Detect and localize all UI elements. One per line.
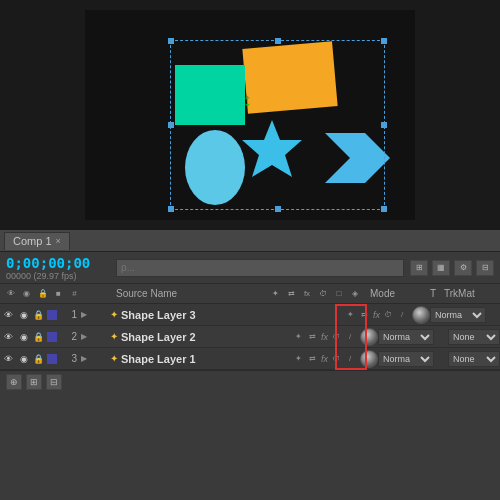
layer-3-name-cell: ✦ Shape Layer 1: [110, 353, 293, 365]
col-icon-clock: ⏱: [316, 289, 330, 298]
layer-1-color[interactable]: [47, 310, 57, 320]
motion-arrow: ↕: [243, 90, 252, 111]
layer-3-solo[interactable]: ◉: [17, 352, 30, 365]
layer-1-fx[interactable]: fx: [373, 310, 380, 320]
col-icon-eye[interactable]: 👁: [4, 287, 17, 300]
layer-1-ctrl-1[interactable]: ✦: [345, 309, 357, 321]
layer-3-eye[interactable]: 👁: [2, 352, 15, 365]
col-icon-star: ✦: [268, 289, 282, 298]
tab-close-icon[interactable]: ×: [56, 236, 61, 246]
sel-handle-br: [381, 206, 387, 212]
sel-handle-tr: [381, 38, 387, 44]
col-t-header: T: [426, 288, 440, 299]
layer-2-expand[interactable]: ▶: [81, 332, 91, 341]
shape-green: [175, 65, 245, 125]
table-row: 👁 ◉ 🔒 1 ▶ ✦ Shape Layer 3 ✦ ⇄ fx ⏱ / Nor…: [0, 304, 500, 326]
layer-1-expand[interactable]: ▶: [81, 310, 91, 319]
layer-1-ctrl-3[interactable]: ⏱: [382, 309, 394, 321]
col-icon-hash[interactable]: #: [68, 287, 81, 300]
layer-2-mode-select[interactable]: Norma: [378, 329, 434, 345]
frame-info: 00000 (29.97 fps): [6, 271, 96, 281]
footer-icon-new[interactable]: ⊕: [6, 374, 22, 390]
sel-handle-bl: [168, 206, 174, 212]
canvas-view: ↕: [85, 10, 415, 220]
comp-tab[interactable]: Comp 1 ×: [4, 232, 70, 250]
layer-3-trkmat-select[interactable]: None: [448, 351, 500, 367]
layer-3-lock[interactable]: 🔒: [32, 352, 45, 365]
col-source-header: Source Name: [112, 288, 268, 299]
layer-2-num: 2: [61, 331, 77, 342]
layer-3-ctrl-3[interactable]: ⏱: [330, 353, 342, 365]
layer-3-left: 👁 ◉ 🔒 3 ▶: [0, 352, 110, 365]
col-icon-3d: ◈: [348, 289, 362, 298]
layer-2-eye[interactable]: 👁: [2, 330, 15, 343]
layer-3-name[interactable]: Shape Layer 1: [121, 353, 196, 365]
search-input[interactable]: [116, 259, 404, 277]
svg-marker-1: [325, 133, 390, 183]
layer-3-ctrl-4[interactable]: /: [344, 353, 356, 365]
layer-1-ctrl-2[interactable]: ⇄: [359, 309, 371, 321]
layer-3-num: 3: [61, 353, 77, 364]
tab-bar: Comp 1 ×: [0, 230, 500, 252]
col-mode-header: Mode: [366, 288, 426, 299]
toolbar-icon-1[interactable]: ⊞: [410, 260, 428, 276]
layer-2-ctrl-2[interactable]: ⇄: [307, 331, 319, 343]
col-icon-fx: fx: [300, 289, 314, 298]
col-icon-lock[interactable]: 🔒: [36, 287, 49, 300]
col-icon-frame: □: [332, 289, 346, 298]
col-icon-solo[interactable]: ◉: [20, 287, 33, 300]
table-row: 👁 ◉ 🔒 2 ▶ ✦ Shape Layer 2 ✦ ⇄ fx ⏱ / Nor…: [0, 326, 500, 348]
toolbar-icon-2[interactable]: ▦: [432, 260, 450, 276]
toolbar-icon-4[interactable]: ⊟: [476, 260, 494, 276]
footer-bar: ⊕ ⊞ ⊟: [0, 370, 500, 392]
layer-2-left: 👁 ◉ 🔒 2 ▶: [0, 330, 110, 343]
layer-2-ctrl-4[interactable]: /: [344, 331, 356, 343]
table-row: 👁 ◉ 🔒 3 ▶ ✦ Shape Layer 1 ✦ ⇄ fx ⏱ / Nor…: [0, 348, 500, 370]
layer-3-sphere[interactable]: [360, 350, 378, 368]
layer-2-star-icon: ✦: [110, 331, 118, 342]
comp-tab-label: Comp 1: [13, 235, 52, 247]
layer-1-controls: ✦ ⇄ fx ⏱ /: [345, 309, 408, 321]
layer-3-expand[interactable]: ▶: [81, 354, 91, 363]
layer-3-star-icon: ✦: [110, 353, 118, 364]
shape-arrow: [320, 118, 395, 198]
layer-1-lock[interactable]: 🔒: [32, 308, 45, 321]
layer-2-controls: ✦ ⇄ fx ⏱ /: [293, 331, 356, 343]
layer-2-color[interactable]: [47, 332, 57, 342]
layer-2-fx[interactable]: fx: [321, 332, 328, 342]
layer-1-ctrl-4[interactable]: /: [396, 309, 408, 321]
shape-orange: [242, 41, 337, 114]
layer-1-mode-select[interactable]: Norma: [430, 307, 486, 323]
layer-3-fx[interactable]: fx: [321, 354, 328, 364]
layer-1-solo[interactable]: ◉: [17, 308, 30, 321]
preview-area: ↕: [0, 0, 500, 230]
layer-3-ctrl-2[interactable]: ⇄: [307, 353, 319, 365]
layer-2-sphere[interactable]: [360, 328, 378, 346]
footer-icon-minus[interactable]: ⊟: [46, 374, 62, 390]
layer-2-name[interactable]: Shape Layer 2: [121, 331, 196, 343]
toolbar-icon-3[interactable]: ⚙: [454, 260, 472, 276]
col-right-icons: ✦ ⇄ fx ⏱ □ ◈: [268, 289, 366, 298]
layer-2-name-cell: ✦ Shape Layer 2: [110, 331, 293, 343]
layer-1-name-cell: ✦ Shape Layer 3: [110, 309, 345, 321]
layer-3-mode-select[interactable]: Norma: [378, 351, 434, 367]
footer-icon-grid[interactable]: ⊞: [26, 374, 42, 390]
shape-ellipse: [185, 130, 245, 205]
layer-1-eye[interactable]: 👁: [2, 308, 15, 321]
layer-1-sphere[interactable]: [412, 306, 430, 324]
layer-2-trkmat-select[interactable]: None: [448, 329, 500, 345]
layer-3-controls: ✦ ⇄ fx ⏱ /: [293, 353, 356, 365]
layer-1-name[interactable]: Shape Layer 3: [121, 309, 196, 321]
col-icons-area: 👁 ◉ 🔒 ■ #: [2, 287, 112, 300]
col-icon-color[interactable]: ■: [52, 287, 65, 300]
timecode-display[interactable]: 0;00;00;00: [6, 255, 96, 271]
layer-3-color[interactable]: [47, 354, 57, 364]
sel-handle-lm: [168, 122, 174, 128]
svg-marker-0: [242, 120, 302, 177]
layer-2-ctrl-3[interactable]: ⏱: [330, 331, 342, 343]
layers-container: 👁 ◉ 🔒 1 ▶ ✦ Shape Layer 3 ✦ ⇄ fx ⏱ / Nor…: [0, 304, 500, 370]
layer-2-solo[interactable]: ◉: [17, 330, 30, 343]
layer-2-ctrl-1[interactable]: ✦: [293, 331, 305, 343]
layer-3-ctrl-1[interactable]: ✦: [293, 353, 305, 365]
layer-2-lock[interactable]: 🔒: [32, 330, 45, 343]
